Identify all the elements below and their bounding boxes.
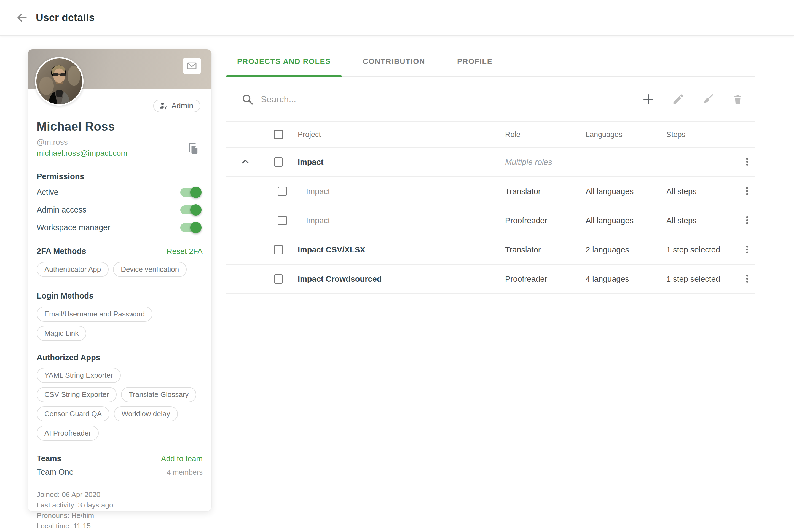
edit-button[interactable] bbox=[670, 92, 686, 107]
column-project: Project bbox=[292, 130, 505, 139]
steps-value: 1 step selected bbox=[666, 274, 739, 284]
copy-icon bbox=[186, 141, 201, 156]
row-checkbox[interactable] bbox=[278, 187, 287, 196]
permission-row-active: Active bbox=[37, 186, 203, 199]
app-chip: Workflow delay bbox=[114, 406, 178, 421]
languages-value: 4 languages bbox=[586, 274, 666, 284]
column-languages: Languages bbox=[586, 130, 666, 139]
twofa-title: 2FA Methods bbox=[37, 247, 86, 256]
role-value: Translator bbox=[505, 187, 586, 196]
app-chip: YAML String Exporter bbox=[37, 368, 121, 383]
workspace-manager-toggle[interactable] bbox=[180, 223, 201, 232]
team-row[interactable]: Team One 4 members bbox=[37, 468, 203, 477]
row-menu-kebab-icon[interactable] bbox=[740, 272, 754, 286]
row-checkbox[interactable] bbox=[274, 274, 283, 284]
search-icon bbox=[241, 93, 254, 106]
collapse-chevron-icon[interactable] bbox=[239, 155, 252, 169]
tab-projects-and-roles[interactable]: PROJECTS AND ROLES bbox=[226, 47, 342, 76]
meta-joined: Joined: 06 Apr 2020 bbox=[37, 489, 203, 500]
active-toggle[interactable] bbox=[180, 188, 201, 197]
languages-value: 2 languages bbox=[586, 245, 666, 254]
main-panel: PROJECTS AND ROLES CONTRIBUTION PROFILE bbox=[226, 47, 755, 294]
project-name: Impact Crowdsourced bbox=[292, 274, 505, 284]
permissions-title: Permissions bbox=[37, 172, 203, 181]
project-name: Impact bbox=[292, 187, 505, 196]
table-subrow-impact-proofreader: Impact Proofreader All languages All ste… bbox=[226, 206, 755, 235]
table-row-group-impact: Impact Multiple roles bbox=[226, 148, 755, 177]
table-subrow-impact-translator: Impact Translator All languages All step… bbox=[226, 177, 755, 206]
table-toolbar bbox=[641, 92, 745, 107]
languages-value: All languages bbox=[586, 187, 666, 196]
row-checkbox[interactable] bbox=[274, 245, 283, 254]
role-value: Multiple roles bbox=[505, 158, 586, 167]
project-name: Impact bbox=[292, 158, 505, 167]
project-name: Impact CSV/XLSX bbox=[292, 245, 505, 254]
pencil-icon bbox=[672, 93, 684, 106]
permission-row-admin-access: Admin access bbox=[37, 203, 203, 216]
user-card: Admin Michael Ross @m.ross michael.ross@… bbox=[27, 49, 212, 512]
delete-button[interactable] bbox=[730, 92, 745, 107]
user-email-link[interactable]: michael.ross@impact.com bbox=[37, 149, 127, 158]
permission-row-workspace-manager: Workspace manager bbox=[37, 221, 203, 234]
tab-profile[interactable]: PROFILE bbox=[446, 47, 504, 76]
user-meta: Joined: 06 Apr 2020 Last activity: 3 day… bbox=[37, 489, 203, 532]
twofa-chip: Device verification bbox=[113, 262, 187, 277]
reset-2fa-link[interactable]: Reset 2FA bbox=[167, 247, 203, 256]
teams-title: Teams bbox=[37, 454, 61, 463]
search-toolbar-row bbox=[226, 77, 755, 121]
column-steps: Steps bbox=[666, 130, 739, 139]
meta-pronouns: Pronouns: He/him bbox=[37, 510, 203, 521]
search-input[interactable] bbox=[261, 94, 641, 104]
app-chip: CSV String Exporter bbox=[37, 387, 117, 402]
tab-contribution[interactable]: CONTRIBUTION bbox=[352, 47, 436, 76]
twofa-chip: Authenticator App bbox=[37, 262, 109, 277]
user-handle: @m.ross bbox=[37, 138, 203, 147]
add-to-team-link[interactable]: Add to team bbox=[161, 454, 203, 463]
row-checkbox[interactable] bbox=[274, 157, 283, 167]
project-name: Impact bbox=[292, 216, 505, 225]
steps-value: All steps bbox=[666, 216, 739, 225]
row-menu-kebab-icon[interactable] bbox=[740, 155, 754, 169]
copy-email-button[interactable] bbox=[186, 141, 201, 156]
trash-icon bbox=[732, 93, 744, 106]
row-checkbox[interactable] bbox=[278, 216, 287, 225]
tab-bar: PROJECTS AND ROLES CONTRIBUTION PROFILE bbox=[226, 47, 755, 77]
select-all-checkbox[interactable] bbox=[274, 130, 283, 139]
row-menu-kebab-icon[interactable] bbox=[740, 214, 754, 227]
authorized-apps-title: Authorized Apps bbox=[37, 353, 203, 362]
login-methods-title: Login Methods bbox=[37, 291, 203, 301]
page-title: User details bbox=[36, 12, 95, 23]
row-menu-kebab-icon[interactable] bbox=[740, 243, 754, 256]
table-row-impact-csv-xlsx: Impact CSV/XLSX Translator 2 languages 1… bbox=[226, 235, 755, 265]
steps-value: 1 step selected bbox=[666, 245, 739, 254]
plus-icon bbox=[642, 93, 655, 106]
steps-value: All steps bbox=[666, 187, 739, 196]
role-value: Proofreader bbox=[505, 216, 586, 225]
role-value: Proofreader bbox=[505, 274, 586, 284]
table-row-impact-crowdsourced: Impact Crowdsourced Proofreader 4 langua… bbox=[226, 265, 755, 294]
column-role: Role bbox=[505, 130, 586, 139]
login-method-chip: Magic Link bbox=[37, 326, 86, 341]
back-button[interactable] bbox=[14, 10, 30, 25]
role-value: Translator bbox=[505, 245, 586, 254]
arrow-left-icon bbox=[16, 12, 28, 24]
app-chip: AI Proofreader bbox=[37, 425, 99, 441]
languages-value: All languages bbox=[586, 216, 666, 225]
meta-last-activity: Last activity: 3 days ago bbox=[37, 500, 203, 510]
clear-filter-button[interactable] bbox=[700, 92, 716, 107]
login-method-chip: Email/Username and Password bbox=[37, 306, 152, 322]
user-name: Michael Ross bbox=[37, 120, 203, 133]
app-chip: Censor Guard QA bbox=[37, 406, 110, 421]
app-chip: Translate Glossary bbox=[121, 387, 196, 402]
broom-icon bbox=[701, 93, 715, 106]
projects-table: Project Role Languages Steps Impact Mult… bbox=[226, 121, 755, 294]
table-header-row: Project Role Languages Steps bbox=[226, 121, 755, 148]
add-button[interactable] bbox=[641, 92, 656, 107]
row-menu-kebab-icon[interactable] bbox=[740, 185, 754, 198]
meta-local-time: Local time: 11:15 bbox=[37, 521, 203, 531]
app-header: User details bbox=[0, 0, 794, 36]
admin-access-toggle[interactable] bbox=[180, 205, 201, 214]
